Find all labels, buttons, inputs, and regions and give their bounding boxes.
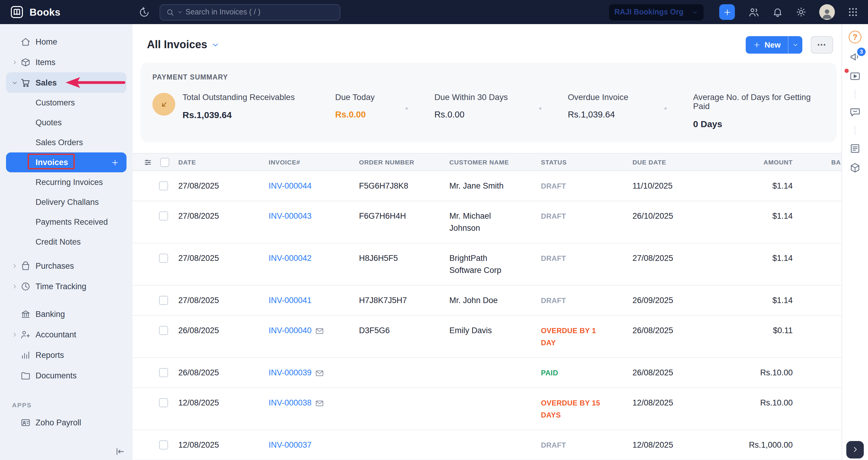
- invoice-link[interactable]: INV-000043: [269, 210, 312, 222]
- quick-create-button[interactable]: [719, 4, 735, 20]
- recent-history-icon[interactable]: [138, 6, 150, 18]
- chevron-right-icon: [11, 283, 18, 289]
- table-row[interactable]: 12/08/2025 INV-000037 DRAFT 12/08/2025 R…: [132, 430, 841, 460]
- row-checkbox[interactable]: [159, 368, 168, 377]
- row-checkbox[interactable]: [159, 212, 168, 220]
- table-row[interactable]: 26/08/2025 INV-000040 D3F5G6 Emily Davis…: [132, 316, 841, 358]
- brand[interactable]: Books: [0, 5, 132, 19]
- invoice-link[interactable]: INV-000039: [269, 367, 324, 379]
- annotation-arrow: [64, 76, 128, 89]
- search-scope-chevron-icon[interactable]: [177, 9, 183, 15]
- table-row[interactable]: 12/08/2025 INV-000038 OVERDUE BY 15 DAYS…: [132, 388, 841, 430]
- help-icon[interactable]: ?: [849, 31, 861, 43]
- sidebar-item-sales[interactable]: Sales: [6, 72, 126, 93]
- column-header-amount[interactable]: AMOUNT: [716, 158, 793, 166]
- sidebar-collapse-icon[interactable]: [115, 446, 125, 456]
- row-checkbox[interactable]: [159, 181, 168, 190]
- add-invoice-plus-icon[interactable]: [111, 158, 119, 166]
- user-avatar[interactable]: [819, 4, 835, 20]
- sidebar-item-zoho-payroll[interactable]: Zoho Payroll: [6, 412, 126, 433]
- invoice-link[interactable]: INV-000037: [269, 439, 312, 451]
- search-input[interactable]: [186, 8, 334, 16]
- sidebar-item-label: Items: [35, 58, 55, 67]
- sidebar-item-reports[interactable]: Reports: [6, 345, 126, 365]
- row-checkbox[interactable]: [159, 398, 168, 407]
- sidebar-item-label: Home: [35, 37, 57, 46]
- books-logo-icon: [10, 5, 24, 19]
- org-name: RAJI Bookings Org: [614, 8, 683, 16]
- sidebar-item-items[interactable]: Items: [6, 52, 126, 72]
- time-tracking-clock-icon: [21, 281, 31, 291]
- sidebar-item-quotes[interactable]: Quotes: [6, 113, 126, 132]
- sidebar-item-label: Payments Received: [35, 217, 108, 226]
- table-row[interactable]: 27/08/2025 INV-000042 H8J6H5F5 BrightPat…: [132, 243, 841, 285]
- row-checkbox[interactable]: [159, 440, 168, 450]
- table-row[interactable]: 27/08/2025 INV-000041 H7J8K7J5H7 Mr. Joh…: [132, 285, 841, 316]
- global-search[interactable]: [160, 4, 340, 20]
- invoice-link[interactable]: INV-000042: [269, 252, 312, 265]
- table-row[interactable]: 27/08/2025 INV-000044 F5G6H7J8K8 Mr. Jan…: [132, 171, 841, 201]
- sidebar-item-invoices[interactable]: Invoices: [6, 152, 126, 172]
- column-header-due-date[interactable]: DUE DATE: [632, 158, 716, 166]
- sidebar-item-sales-orders[interactable]: Sales Orders: [6, 132, 126, 152]
- sidebar-item-credit-notes[interactable]: Credit Notes: [6, 232, 126, 252]
- metric-value: Rs.0.00: [434, 110, 552, 119]
- settings-gear-icon[interactable]: [796, 7, 807, 18]
- payment-summary-title: PAYMENT SUMMARY: [152, 73, 825, 81]
- sidebar-item-purchases[interactable]: Purchases: [6, 255, 126, 276]
- invoice-link[interactable]: INV-000038: [269, 397, 324, 409]
- apps-grid-icon[interactable]: [847, 7, 858, 18]
- column-header-invoice[interactable]: INVOICE#: [269, 158, 359, 166]
- divider-dot: [539, 107, 541, 110]
- announcements-icon[interactable]: 3: [849, 51, 861, 63]
- sidebar-item-customers[interactable]: Customers: [6, 93, 126, 113]
- sidebar-item-documents[interactable]: Documents: [6, 365, 126, 386]
- sidebar-item-delivery-challans[interactable]: Delivery Challans: [6, 192, 126, 212]
- column-header-status[interactable]: STATUS: [541, 158, 632, 166]
- new-invoice-button[interactable]: New: [746, 36, 802, 53]
- table-row[interactable]: 26/08/2025 INV-000039 PAID 26/08/2025 Rs…: [132, 358, 841, 388]
- notifications-bell-icon[interactable]: [772, 7, 783, 18]
- whats-new-icon[interactable]: [849, 143, 861, 154]
- sidebar: Home Items Sales Customers Quotes Sales …: [0, 24, 132, 460]
- column-header-date[interactable]: DATE: [178, 158, 269, 166]
- sidebar-item-home[interactable]: Home: [6, 31, 126, 52]
- org-selector[interactable]: RAJI Bookings Org: [609, 4, 704, 20]
- sidebar-item-label: Time Tracking: [35, 282, 87, 291]
- sidebar-item-recurring-invoices[interactable]: Recurring Invoices: [6, 172, 126, 192]
- invoices-table: DATE INVOICE# ORDER NUMBER CUSTOMER NAME…: [132, 153, 841, 460]
- metric-due-today: Due Today Rs.0.00: [335, 93, 418, 119]
- sidebar-item-time-tracking[interactable]: Time Tracking: [6, 276, 126, 297]
- topbar: Books RAJI Bookings Org: [0, 0, 868, 24]
- table-row[interactable]: 27/08/2025 INV-000043 F6G7H6H4H Mr. Mich…: [132, 201, 841, 243]
- page-title[interactable]: All Invoices: [147, 38, 220, 51]
- documents-folder-icon: [21, 370, 31, 380]
- new-invoice-dropdown[interactable]: [788, 36, 802, 53]
- row-checkbox[interactable]: [159, 254, 168, 263]
- more-options-button[interactable]: ⋯: [811, 36, 833, 53]
- expand-panel-chevron-button[interactable]: [846, 441, 864, 458]
- video-tutorials-icon[interactable]: [849, 70, 861, 82]
- invoice-link[interactable]: INV-000044: [269, 180, 312, 192]
- row-checkbox[interactable]: [159, 326, 168, 335]
- sidebar-item-label: Credit Notes: [35, 237, 81, 246]
- plus-icon: [722, 7, 732, 17]
- feedback-chat-icon[interactable]: [849, 106, 861, 118]
- sidebar-item-label: Accountant: [35, 330, 76, 339]
- sidebar-item-banking[interactable]: Banking: [6, 304, 126, 324]
- customize-columns-icon[interactable]: [143, 158, 152, 166]
- invoice-link[interactable]: INV-000040: [269, 325, 324, 337]
- refer-users-icon[interactable]: [748, 6, 760, 18]
- integrations-icon[interactable]: [849, 162, 861, 174]
- row-checkbox[interactable]: [159, 296, 168, 305]
- column-header-balance-clipped[interactable]: BA: [793, 158, 841, 166]
- invoice-link[interactable]: INV-000041: [269, 295, 312, 307]
- new-indicator-dot: [844, 69, 849, 73]
- sidebar-item-accountant[interactable]: Accountant: [6, 324, 126, 345]
- select-all-checkbox[interactable]: [160, 158, 169, 166]
- sidebar-item-payments-received[interactable]: Payments Received: [6, 212, 126, 232]
- divider-dot: [405, 107, 408, 110]
- banking-icon: [21, 309, 31, 319]
- column-header-order-number[interactable]: ORDER NUMBER: [359, 158, 450, 166]
- column-header-customer-name[interactable]: CUSTOMER NAME: [450, 158, 541, 166]
